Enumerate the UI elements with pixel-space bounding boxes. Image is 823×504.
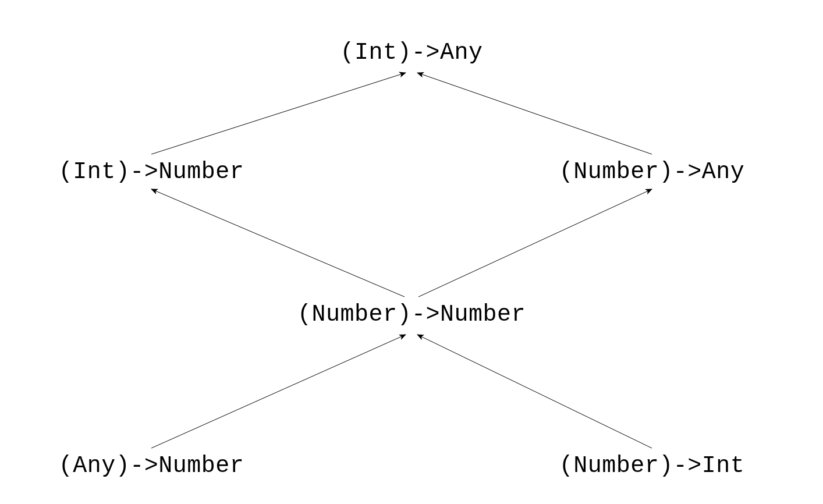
node-int-to-number: (Int)->Number bbox=[59, 159, 244, 185]
edge-center-to-midRight bbox=[418, 189, 652, 297]
edges-layer bbox=[0, 0, 823, 504]
edge-midLeft-to-top bbox=[151, 73, 406, 154]
edge-midRight-to-top bbox=[417, 73, 652, 154]
edge-center-to-midLeft bbox=[151, 189, 405, 297]
node-number-to-number: (Number)->Number bbox=[297, 301, 526, 328]
edge-botRight-to-center bbox=[417, 335, 652, 448]
node-any-to-number: (Any)->Number bbox=[59, 453, 244, 479]
node-number-to-int: (Number)->Int bbox=[559, 453, 745, 479]
node-number-to-any: (Number)->Any bbox=[559, 159, 745, 185]
edge-botLeft-to-center bbox=[151, 335, 406, 448]
type-lattice-diagram: (Int)->Any (Int)->Number (Number)->Any (… bbox=[0, 0, 823, 504]
node-int-to-any: (Int)->Any bbox=[340, 40, 483, 66]
